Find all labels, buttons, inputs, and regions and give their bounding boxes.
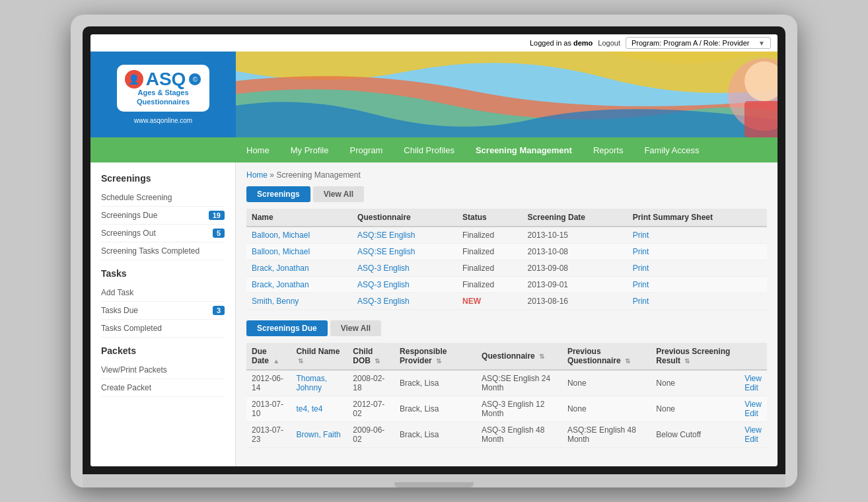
- print-link[interactable]: Print: [633, 231, 649, 240]
- tab-screenings-due[interactable]: Screenings Due: [246, 320, 328, 336]
- tab-screenings-view-all[interactable]: View All: [313, 186, 364, 202]
- nav-items: Home My Profile Program Child Profiles S…: [236, 137, 709, 162]
- col-due-date[interactable]: Due Date ▲: [246, 343, 291, 370]
- table-row: Balloon, Michael ASQ:SE English Finalize…: [246, 244, 767, 260]
- col-prev-questionnaire[interactable]: Previous Questionnaire ⇅: [562, 343, 651, 370]
- program-selector[interactable]: Program: Program A / Role: Provider: [632, 39, 758, 47]
- login-info: Logged in as demo: [530, 39, 593, 47]
- child-name-link[interactable]: Thomas, Johnny: [296, 374, 327, 392]
- nav-screening-management[interactable]: Screening Management: [465, 137, 583, 162]
- questionnaire-link[interactable]: ASQ:SE English: [357, 247, 415, 256]
- print-link[interactable]: Print: [633, 264, 649, 273]
- child-name-link[interactable]: Brown, Faith: [296, 430, 340, 439]
- sort-icon-child-name: ⇅: [298, 357, 303, 365]
- view-link[interactable]: View: [744, 374, 762, 383]
- logo-subtitle-1: Ages & Stages: [125, 89, 202, 97]
- col-child-dob[interactable]: Child DOB ⇅: [347, 343, 394, 370]
- sidebar-screenings-due[interactable]: Screenings Due 19: [101, 207, 225, 225]
- col-child-name[interactable]: Child Name ⇅: [291, 343, 347, 370]
- content-area: Home » Screening Management Screenings V…: [236, 162, 778, 466]
- login-bar: Logged in as demo Logout Program: Progra…: [90, 34, 778, 52]
- table-row: Brack, Jonathan ASQ-3 English Finalized …: [246, 260, 767, 277]
- edit-link[interactable]: Edit: [744, 409, 762, 418]
- col-print-summary: Print Summary Sheet: [628, 209, 767, 227]
- print-link[interactable]: Print: [633, 280, 649, 289]
- questionnaire-link[interactable]: ASQ-3 English: [357, 264, 410, 273]
- logo-box: 👤 ASQ © Ages & Stages Questionnaires: [116, 63, 211, 112]
- table-row: 2013-07-10 te4, te4 2012-07-02 Brack, Li…: [246, 396, 767, 422]
- edit-link[interactable]: Edit: [744, 383, 762, 392]
- sidebar-section-screenings: Screenings: [101, 173, 225, 184]
- sort-icon-prev-questionnaire: ⇅: [625, 357, 630, 365]
- edit-link[interactable]: Edit: [744, 435, 762, 444]
- logo-section: 👤 ASQ © Ages & Stages Questionnaires www…: [90, 52, 236, 137]
- sidebar-create-packet[interactable]: Create Packet: [101, 379, 225, 397]
- breadcrumb-home[interactable]: Home: [246, 170, 268, 180]
- sidebar-tasks-due[interactable]: Tasks Due 3: [101, 302, 225, 320]
- screening-name-link[interactable]: Balloon, Michael: [252, 247, 310, 256]
- screening-name-link[interactable]: Brack, Jonathan: [252, 264, 309, 273]
- status-badge: Finalized: [462, 280, 494, 289]
- col-screening-date: Screening Date: [523, 209, 628, 227]
- screenings-out-badge: 5: [213, 229, 225, 238]
- print-link[interactable]: Print: [633, 297, 649, 306]
- tasks-due-badge: 3: [213, 306, 225, 315]
- breadcrumb-current: Screening Management: [276, 170, 360, 180]
- sidebar-schedule-screening[interactable]: Schedule Screening: [101, 189, 225, 207]
- questionnaire-link[interactable]: ASQ-3 English: [357, 297, 410, 306]
- table-row: Brack, Jonathan ASQ-3 English Finalized …: [246, 277, 767, 293]
- sidebar-screenings-out[interactable]: Screenings Out 5: [101, 225, 225, 242]
- sort-icon-provider: ⇅: [436, 357, 441, 365]
- col-prev-result[interactable]: Previous Screening Result ⇅: [651, 343, 739, 370]
- logout-link[interactable]: Logout: [598, 39, 620, 47]
- dropdown-icon[interactable]: ▼: [758, 40, 765, 47]
- nav-family-access[interactable]: Family Access: [633, 137, 709, 162]
- status-badge: NEW: [462, 297, 481, 306]
- nav-program[interactable]: Program: [339, 137, 393, 162]
- header-area: 👤 ASQ © Ages & Stages Questionnaires www…: [90, 52, 778, 137]
- breadcrumb: Home » Screening Management: [246, 170, 767, 180]
- nav-reports[interactable]: Reports: [583, 137, 634, 162]
- questionnaire-link[interactable]: ASQ-3 English: [357, 280, 410, 289]
- screenings-tab-bar: Screenings View All: [246, 186, 767, 202]
- view-link[interactable]: View: [744, 400, 762, 409]
- nav-my-profile[interactable]: My Profile: [280, 137, 340, 162]
- col-status: Status: [457, 209, 523, 227]
- status-badge: Finalized: [462, 247, 494, 256]
- questionnaire-link[interactable]: ASQ:SE English: [357, 231, 415, 240]
- status-badge: Finalized: [462, 264, 494, 273]
- sort-icon-prev-result: ⇅: [684, 357, 690, 365]
- print-link[interactable]: Print: [633, 247, 649, 256]
- view-link[interactable]: View: [744, 425, 762, 435]
- due-table: Due Date ▲ Child Name ⇅ Child DOB ⇅: [246, 343, 767, 448]
- logo-subtitle-2: Questionnaires: [125, 98, 202, 106]
- sort-icon-questionnaire: ⇅: [539, 353, 544, 360]
- screening-name-link[interactable]: Smith, Benny: [252, 297, 299, 306]
- website-label: www.asqonline.com: [116, 116, 211, 126]
- col-name: Name: [246, 209, 352, 227]
- child-name-link[interactable]: te4, te4: [296, 404, 322, 413]
- sidebar-add-task[interactable]: Add Task: [101, 284, 225, 302]
- col-questionnaire-due[interactable]: Questionnaire ⇅: [476, 343, 562, 370]
- nav-home[interactable]: Home: [236, 137, 280, 162]
- screening-name-link[interactable]: Balloon, Michael: [252, 231, 310, 240]
- username: demo: [573, 39, 593, 47]
- nav-child-profiles[interactable]: Child Profiles: [393, 137, 465, 162]
- screenings-due-badge: 19: [209, 211, 225, 220]
- sidebar: Screenings Schedule Screening Screenings…: [90, 162, 236, 466]
- status-badge: Finalized: [462, 231, 494, 240]
- col-provider[interactable]: Responsible Provider ⇅: [394, 343, 476, 370]
- col-questionnaire: Questionnaire: [352, 209, 457, 227]
- table-row: 2012-06-14 Thomas, Johnny 2008-02-18 Bra…: [246, 370, 767, 396]
- table-row: Smith, Benny ASQ-3 English NEW 2013-08-1…: [246, 293, 767, 310]
- sidebar-screening-tasks-completed[interactable]: Screening Tasks Completed: [101, 242, 225, 260]
- sidebar-tasks-completed[interactable]: Tasks Completed: [101, 320, 225, 338]
- tab-screenings[interactable]: Screenings: [246, 186, 310, 202]
- sidebar-view-print-packets[interactable]: View/Print Packets: [101, 361, 225, 379]
- main-content: Screenings Schedule Screening Screenings…: [90, 162, 778, 466]
- screening-name-link[interactable]: Brack, Jonathan: [252, 280, 309, 289]
- due-tab-bar: Screenings Due View All: [246, 320, 767, 336]
- sidebar-section-packets: Packets: [101, 345, 225, 356]
- sort-icon-due-date: ▲: [273, 357, 279, 365]
- tab-due-view-all[interactable]: View All: [330, 320, 381, 336]
